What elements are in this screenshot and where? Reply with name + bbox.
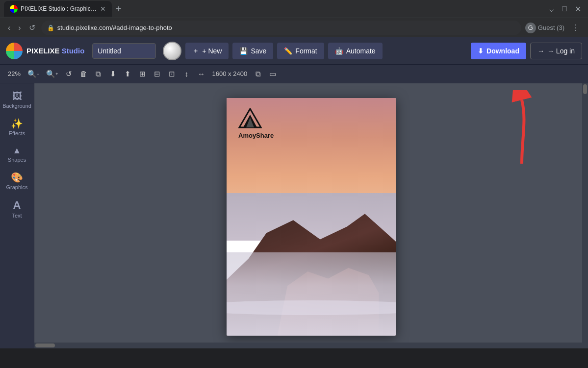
vertical-scroll-thumb[interactable] [583, 84, 587, 94]
canvas-logo-overlay: AmoyShare [238, 108, 274, 139]
logo-studio: Studio [60, 47, 85, 55]
login-label: → Log in [547, 47, 575, 55]
save-button[interactable]: 💾 Save [232, 43, 273, 59]
profile-button[interactable]: G Guest (3) [525, 23, 564, 33]
effects-icon: ✨ [11, 119, 23, 128]
delete-button[interactable]: 🗑 [78, 68, 90, 80]
profile-avatar: G [525, 23, 536, 33]
download-icon: ⬇ [478, 47, 484, 55]
sidebar-item-text[interactable]: A Text [2, 196, 32, 222]
tab-close-button[interactable]: ✕ [100, 5, 106, 13]
horizontal-scrollbar[interactable] [34, 343, 582, 348]
flip-v-button[interactable]: ↕ [181, 68, 193, 80]
new-label: + New [202, 47, 222, 55]
canvas-dimensions: 1600 x 2400 [212, 70, 248, 77]
canvas-logo-svg [238, 108, 262, 129]
sidebar-item-graphics[interactable]: 🎨 Graphics [2, 169, 32, 194]
text-icon: A [13, 200, 21, 211]
logo-text: PIXELIXE Studio [26, 47, 84, 55]
crop-button[interactable]: ⊡ [166, 68, 178, 80]
format-icon: ✏️ [284, 47, 292, 55]
align-button[interactable]: ⊟ [152, 68, 163, 80]
canvas-water [227, 252, 396, 336]
browser-tab[interactable]: PIXELIXE Studio : Graphic Crea... ✕ [4, 1, 112, 17]
address-box[interactable]: 🔒 studio.pixelixe.com/#add-image-to-phot… [41, 21, 521, 35]
design-canvas[interactable]: AmoyShare [227, 98, 396, 336]
download-button[interactable]: ⬇ Download [471, 43, 526, 59]
canvas-brand-name: AmoyShare [238, 132, 274, 139]
new-button[interactable]: ＋ + New [185, 43, 229, 59]
browser-titlebar: PIXELIXE Studio : Graphic Crea... ✕ + ⌵ … [0, 0, 588, 18]
left-sidebar: 🖼 Background ✨ Effects ▲ Shapes 🎨 Graphi… [0, 83, 34, 348]
zoom-out-button[interactable]: 🔍− [26, 68, 41, 80]
close-button[interactable]: ✕ [572, 2, 584, 16]
sidebar-item-effects[interactable]: ✨ Effects [2, 115, 32, 140]
grid-button[interactable]: ⊞ [137, 68, 149, 80]
sidebar-graphics-label: Graphics [6, 184, 27, 190]
sidebar-background-label: Background [2, 103, 31, 109]
format-button[interactable]: ✏️ Format [277, 43, 324, 59]
sidebar-shapes-label: Shapes [8, 157, 26, 163]
copy-button[interactable]: ⧉ [93, 68, 104, 80]
login-button[interactable]: → → Log in [530, 43, 582, 59]
graphics-icon: 🎨 [11, 172, 23, 182]
back-button[interactable]: ‹ [6, 22, 12, 34]
shapes-icon: ▲ [13, 146, 22, 155]
arrow-annotation [492, 90, 541, 169]
browser-addressbar: ‹ › ↺ 🔒 studio.pixelixe.com/#add-image-t… [0, 18, 588, 37]
logo-area: PIXELIXE Studio [6, 43, 84, 59]
lock-icon: 🔒 [47, 25, 54, 31]
url-text: studio.pixelixe.com/#add-image-to-photo [57, 24, 515, 31]
zoom-level: 22% [8, 70, 21, 77]
canvas-area[interactable]: AmoyShare [34, 83, 588, 348]
resize-button[interactable]: ↔ [196, 68, 207, 80]
download-label: Download [486, 47, 519, 55]
main-area: 🖼 Background ✨ Effects ▲ Shapes 🎨 Graphi… [0, 83, 588, 348]
sidebar-effects-label: Effects [9, 130, 25, 136]
login-icon: → [537, 47, 544, 55]
logo-brand: PIXELIXE [26, 47, 60, 55]
new-tab-button[interactable]: + [116, 4, 122, 14]
browser-menu-button[interactable]: ⋮ [568, 21, 582, 34]
color-picker-swatch[interactable] [163, 42, 181, 60]
new-icon: ＋ [192, 47, 199, 55]
automate-label: Automate [346, 47, 376, 55]
project-name-input[interactable] [92, 43, 156, 59]
sidebar-item-background[interactable]: 🖼 Background [2, 87, 32, 113]
svg-marker-1 [514, 91, 529, 94]
browser-right-icons: G Guest (3) ⋮ [525, 21, 582, 34]
canvas-content: AmoyShare [227, 98, 396, 336]
more-options-button[interactable]: ⧉ [252, 68, 264, 80]
automate-icon: 🤖 [335, 47, 343, 55]
save-label: Save [251, 47, 266, 55]
profile-label: Guest (3) [538, 24, 564, 31]
display-button[interactable]: ▭ [267, 68, 279, 80]
vertical-scrollbar[interactable] [582, 83, 588, 348]
automate-button[interactable]: 🤖 Automate [328, 43, 383, 59]
window-controls: ⌵ □ ✕ [546, 2, 584, 16]
move-down-button[interactable]: ⬇ [107, 68, 119, 80]
app-container: PIXELIXE Studio ＋ + New 💾 Save ✏️ Format… [0, 37, 588, 348]
top-toolbar: PIXELIXE Studio ＋ + New 💾 Save ✏️ Format… [0, 37, 588, 65]
forward-button[interactable]: › [16, 22, 23, 34]
horizontal-scroll-thumb[interactable] [35, 343, 55, 347]
logo-icon [6, 43, 23, 59]
undo-button[interactable]: ↺ [63, 68, 75, 80]
refresh-button[interactable]: ↺ [27, 21, 37, 34]
maximize-button[interactable]: □ [559, 2, 570, 15]
sidebar-item-shapes[interactable]: ▲ Shapes [2, 142, 32, 167]
move-up-button[interactable]: ⬆ [122, 68, 134, 80]
format-label: Format [295, 47, 317, 55]
browser-chrome: PIXELIXE Studio : Graphic Crea... ✕ + ⌵ … [0, 0, 588, 37]
minimize-button[interactable]: ⌵ [546, 2, 557, 16]
secondary-toolbar: 22% 🔍− 🔍+ ↺ 🗑 ⧉ ⬇ ⬆ ⊞ ⊟ ⊡ ↕ ↔ 1600 x 240… [0, 65, 588, 83]
wave1 [227, 300, 396, 315]
zoom-in-button[interactable]: 🔍+ [44, 68, 60, 80]
background-icon: 🖼 [12, 91, 22, 101]
tab-title: PIXELIXE Studio : Graphic Crea... [21, 5, 97, 12]
save-icon: 💾 [239, 47, 248, 55]
sidebar-text-label: Text [12, 213, 22, 219]
tab-favicon [10, 5, 18, 13]
